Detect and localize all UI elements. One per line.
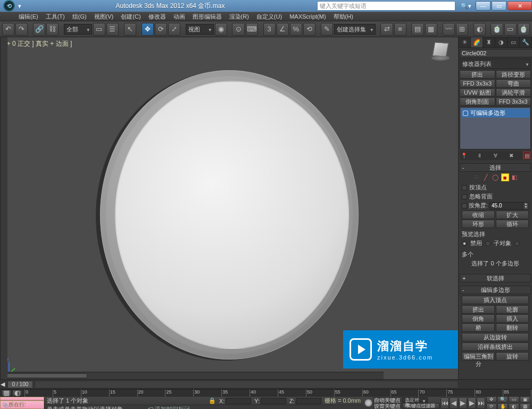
- subobj-border-icon[interactable]: ◯: [492, 173, 500, 181]
- nav-arc-button[interactable]: ◐: [509, 403, 519, 409]
- viewcube[interactable]: [430, 41, 451, 62]
- extrude-button[interactable]: 挤出: [462, 305, 495, 314]
- select-object-button[interactable]: ▭: [93, 23, 105, 36]
- minimize-button[interactable]: —: [476, 1, 491, 11]
- preset-turbosmooth[interactable]: 涡轮平滑: [496, 88, 531, 97]
- coord-x-input[interactable]: [226, 398, 251, 404]
- bridge-button[interactable]: 桥: [462, 323, 495, 332]
- percent-snap-button[interactable]: %: [290, 23, 302, 36]
- layers-button[interactable]: ▤: [411, 23, 423, 36]
- tab-utilities[interactable]: 🔧: [520, 37, 532, 47]
- subobj-vertex-icon[interactable]: ∴: [472, 173, 480, 181]
- menu-create[interactable]: 创建(C): [121, 13, 140, 21]
- by-angle-checkbox[interactable]: [462, 203, 467, 208]
- subobj-edge-icon[interactable]: ╱: [482, 173, 490, 181]
- set-key-big-button[interactable]: [364, 399, 372, 407]
- make-unique-icon[interactable]: ∀: [492, 152, 499, 159]
- schematic-button[interactable]: ⊞: [456, 23, 468, 36]
- keymode-dropdown[interactable]: 选定对象: [402, 397, 428, 403]
- help-search-input[interactable]: 键入关键字或短语: [317, 1, 455, 11]
- menu-animation[interactable]: 动画: [173, 13, 185, 21]
- menu-customize[interactable]: 自定义(U): [256, 13, 282, 21]
- menu-rendering[interactable]: 渲染(R): [229, 13, 249, 21]
- nav-maximize-button[interactable]: ▦: [520, 403, 530, 409]
- tab-create[interactable]: ✳: [459, 37, 471, 47]
- select-manipulate-button[interactable]: ⊙: [232, 23, 244, 36]
- nav-roam-button[interactable]: ✋: [497, 403, 508, 409]
- add-time-tag[interactable]: 🏷 添加时间标记: [147, 405, 190, 409]
- nav-zoomall-button[interactable]: ▣: [520, 396, 530, 403]
- preview-multi-radio[interactable]: [514, 241, 520, 246]
- goto-end-button[interactable]: ⏭: [477, 397, 485, 409]
- tab-motion[interactable]: ◑: [495, 37, 508, 47]
- app-icon[interactable]: ⟲: [3, 0, 15, 12]
- close-button[interactable]: ✕: [508, 1, 532, 11]
- menu-grapheditors[interactable]: 图形编辑器: [193, 13, 222, 21]
- remove-modifier-icon[interactable]: ✖: [508, 152, 515, 159]
- viewport-hscroll[interactable]: [0, 372, 384, 379]
- nav-fov-button[interactable]: ▭: [509, 396, 519, 403]
- coord-z-input[interactable]: [296, 398, 321, 404]
- prev-frame-button[interactable]: ◀: [450, 397, 458, 409]
- show-end-result-icon[interactable]: Ⅱ: [476, 152, 484, 159]
- unlink-button[interactable]: ⛓: [46, 23, 59, 36]
- keyboard-shortcut-button[interactable]: ⌨: [246, 23, 258, 36]
- cursor-button[interactable]: ↖: [124, 23, 136, 36]
- quick-access[interactable]: ▾: [18, 3, 21, 10]
- help-dropdown-icon[interactable]: 🔍▾: [461, 3, 471, 10]
- redo-button[interactable]: ↷: [15, 23, 28, 36]
- by-vertex-checkbox[interactable]: [462, 185, 467, 190]
- track-bar[interactable]: ▦ ◐ 051015202530354045505560657075808590: [0, 389, 532, 396]
- time-slider[interactable]: ◀ 0 / 100: [0, 379, 532, 389]
- preset-bevelprofile[interactable]: 倒角剖面: [460, 97, 495, 106]
- shrink-button[interactable]: 收缩: [462, 211, 495, 219]
- trackbar-toggle-icon[interactable]: ▦: [2, 390, 11, 396]
- material-editor-button[interactable]: ◐: [473, 23, 486, 36]
- extrude-along-spline-button[interactable]: 沿样条线挤出: [462, 343, 529, 351]
- tab-hierarchy[interactable]: ♜: [483, 37, 495, 47]
- insert-vertex-button[interactable]: 插入顶点: [462, 296, 529, 304]
- script-listener-bottom[interactable]: 📎所在行:: [0, 400, 44, 409]
- spinner-snap-button[interactable]: ⟲: [303, 23, 315, 36]
- coord-y-input[interactable]: [261, 398, 286, 404]
- ring-button[interactable]: 环形: [462, 220, 495, 228]
- snap-toggle-button[interactable]: 3: [263, 23, 276, 36]
- undo-button[interactable]: ↶: [2, 23, 14, 36]
- preset-bend[interactable]: 弯曲: [496, 79, 531, 88]
- viewport-label[interactable]: [ + 0 正交 ] 真实 + 边面 ]: [3, 39, 72, 48]
- trackbar-key-icon[interactable]: ◐: [12, 390, 22, 396]
- menu-group[interactable]: 组(G): [72, 13, 87, 21]
- viewport[interactable]: [ + 0 正交 ] 真实 + 边面 ] zx 溜溜自学 zixue.3d66.…: [0, 37, 458, 379]
- flip-button[interactable]: 翻转: [496, 323, 529, 332]
- preview-subobj-radio[interactable]: [485, 241, 491, 246]
- stack-visible-icon[interactable]: [463, 111, 468, 116]
- trackbar-ruler[interactable]: 051015202530354045505560657075808590: [24, 389, 531, 397]
- rollout-softsel-header[interactable]: +软选择: [460, 274, 531, 282]
- tab-modify[interactable]: 🌈: [471, 37, 483, 47]
- select-by-name-button[interactable]: ☰: [106, 23, 119, 36]
- selection-filter-dropdown[interactable]: 全部: [64, 24, 92, 35]
- nav-orbit-button[interactable]: ⟳: [486, 403, 497, 409]
- configure-sets-icon[interactable]: ▤: [523, 152, 530, 159]
- menu-help[interactable]: 帮助(H): [334, 13, 353, 21]
- grow-button[interactable]: 扩大: [496, 211, 529, 219]
- rotate-button[interactable]: ⟳: [155, 23, 167, 36]
- ignore-backfacing-checkbox[interactable]: [462, 194, 467, 199]
- time-slider-value[interactable]: 0 / 100: [7, 381, 33, 388]
- preset-pathdeform[interactable]: 路径变形: [496, 70, 531, 79]
- angle-snap-button[interactable]: ∠: [277, 23, 289, 36]
- stack-item-editable-poly[interactable]: 可编辑多边形: [461, 108, 529, 118]
- outline-button[interactable]: 轮廓: [496, 305, 529, 314]
- rendered-frame-button[interactable]: ▭: [504, 23, 517, 36]
- nav-pan-button[interactable]: ✥: [486, 396, 497, 403]
- curve-editor-button[interactable]: 〰: [443, 23, 455, 36]
- pivot-button[interactable]: ◉: [215, 23, 227, 36]
- bevel-button[interactable]: 倒角: [462, 314, 495, 323]
- hinge-button[interactable]: 从边旋转: [462, 333, 529, 341]
- modifier-list-dropdown[interactable]: 修改器列表: [460, 59, 531, 69]
- menu-modifiers[interactable]: 修改器: [148, 13, 166, 21]
- edit-tri-button[interactable]: 编辑三角剖分: [462, 352, 495, 361]
- loop-button[interactable]: 循环: [496, 220, 529, 228]
- render-setup-button[interactable]: 🍵: [491, 23, 503, 36]
- autokey-button[interactable]: 自动关键点: [373, 397, 401, 403]
